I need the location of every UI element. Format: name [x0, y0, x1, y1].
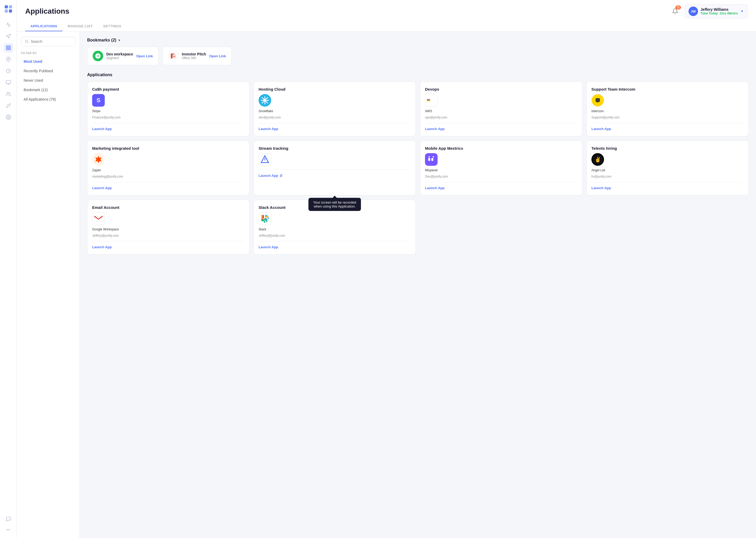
app-email-gmail: Jeffery@junify.com	[92, 234, 244, 238]
time-value: 1hrs 49mins	[720, 12, 738, 15]
notification-button[interactable]: 23	[670, 6, 681, 17]
svg-point-15	[10, 104, 10, 105]
tab-applications[interactable]: APPLICATIONS	[25, 22, 63, 31]
bookmark-card-dev-workspace: Dev workspace Segment Open Link	[87, 47, 159, 65]
chevron-down-icon: ▼	[740, 10, 744, 13]
bookmarks-title: Bookmarks (2)	[87, 38, 116, 42]
svg-point-16	[8, 117, 9, 118]
svg-point-8	[8, 58, 9, 60]
app-card-cash-payment[interactable]: Ca$h payment S Stripe Finance@junify.com…	[87, 81, 249, 136]
svg-rect-7	[6, 48, 8, 50]
app-card-angellist[interactable]: Telents hiring ✌ Angel List hr@junify.co…	[587, 140, 749, 195]
app-title-angellist: Telents hiring	[591, 146, 744, 150]
app-title-mixpanel: Mobile App Mextrics	[425, 146, 577, 150]
bookmark-name-pitch: Investor Pitch	[182, 52, 206, 56]
launch-app-zapier-button[interactable]: Launch App	[92, 186, 244, 190]
tab-manage-list[interactable]: MANAGE LIST	[63, 22, 98, 31]
app-logo-gmail	[92, 212, 105, 225]
app-title-snowflake: Hosting Cloud	[259, 87, 411, 91]
right-panel: Bookmarks (2) ▾ Dev workspace Segment	[80, 31, 756, 538]
app-title-stream: Stream tracking	[259, 146, 411, 150]
svg-point-14	[6, 107, 7, 107]
search-input[interactable]	[31, 39, 71, 44]
svg-point-23	[264, 99, 266, 101]
tab-settings[interactable]: SETTINGS	[98, 22, 126, 31]
app-logo-snowflake	[259, 94, 271, 107]
app-email-aws: ops@junify.com	[425, 116, 577, 119]
app-logo-mixpanel	[425, 153, 438, 166]
header: Applications 23 JW Jeffery Williams Tota…	[17, 0, 756, 31]
sidebar: >>	[0, 0, 17, 538]
bookmarks-chevron-icon[interactable]: ▾	[118, 38, 120, 42]
user-time: Total Today 1hrs 49mins	[701, 12, 738, 15]
app-card-devops[interactable]: Devops aws AWS ops@junify.com Launch App	[420, 81, 582, 136]
timer-icon[interactable]	[4, 66, 13, 76]
filter-bookmark[interactable]: Bookmark (12)	[21, 86, 75, 94]
screen-record-tooltip: Your screen will be recorded when using …	[308, 198, 361, 211]
svg-point-13	[7, 92, 9, 94]
svg-text:aws: aws	[427, 98, 430, 100]
launch-app-intercom-button[interactable]: Launch App	[591, 127, 744, 131]
filter-list: Most Used Recently Publised Never Used B…	[21, 57, 75, 103]
launch-app-stripe-button[interactable]: Launch App	[92, 127, 244, 131]
app-provider-aws: AWS	[425, 109, 577, 113]
grid-icon[interactable]	[4, 43, 13, 53]
svg-rect-46	[267, 218, 269, 219]
monitor-icon[interactable]	[4, 78, 13, 87]
launch-app-slack-button[interactable]: Launch App	[259, 245, 411, 249]
svg-rect-2	[5, 10, 8, 13]
chat-icon[interactable]	[4, 514, 13, 524]
svg-rect-38	[93, 214, 104, 223]
svg-rect-3	[9, 10, 12, 13]
applications-grid-row3: Email Account Google Workspace Jeffery@j…	[87, 200, 749, 254]
app-card-intercom[interactable]: Support Team Intercom Intercom Support@j…	[587, 81, 749, 136]
launch-app-aws-button[interactable]: Launch App	[425, 127, 577, 131]
svg-rect-54	[261, 218, 263, 219]
app-card-hosting-cloud[interactable]: Hosting Cloud Snowflake dev@junify.com L…	[254, 81, 416, 136]
launch-app-gmail-button[interactable]: Launch App	[92, 245, 244, 249]
filter-all-applications[interactable]: All Applications (78)	[21, 95, 75, 103]
search-icon	[25, 40, 28, 43]
launch-app-snowflake-button[interactable]: Launch App	[259, 127, 411, 131]
app-logo-slack	[259, 212, 271, 225]
plug-icon[interactable]	[4, 101, 13, 110]
app-card-gmail[interactable]: Email Account Google Workspace Jeffery@j…	[87, 200, 249, 254]
app-email-intercom: Support@junify.com	[591, 116, 744, 119]
users-icon[interactable]	[4, 89, 13, 99]
svg-text:W: W	[173, 55, 175, 58]
bookmark-platform-pitch: Office 365	[182, 56, 206, 60]
chart-icon[interactable]	[4, 20, 13, 29]
filter-most-used[interactable]: Most Used	[21, 57, 75, 66]
open-link-pitch-button[interactable]: Open Link	[209, 54, 226, 58]
svg-rect-10	[6, 81, 11, 84]
filter-never-used[interactable]: Never Used	[21, 76, 75, 84]
app-card-stream[interactable]: Stream tracking Launch App 🖥 Your screen…	[254, 140, 416, 195]
megaphone-icon[interactable]	[4, 31, 13, 41]
user-text: Jeffery Williams Total Today 1hrs 49mins	[701, 7, 738, 15]
notification-badge: 23	[676, 6, 681, 10]
app-provider-stripe: Stripe	[92, 109, 244, 113]
settings-icon[interactable]	[4, 112, 13, 122]
app-email-mixpanel: Dev@junify.com	[425, 175, 577, 178]
app-card-mixpanel[interactable]: Mobile App Mextrics Mixpanel Dev@junify.…	[420, 140, 582, 195]
app-email-angellist: hr@junify.com	[591, 175, 744, 178]
app-provider-mixpanel: Mixpanel	[425, 168, 577, 172]
open-link-dev-button[interactable]: Open Link	[136, 54, 153, 58]
app-provider-angellist: Angel List	[591, 168, 744, 172]
app-email-stripe: Finance@junify.com	[92, 116, 244, 119]
applications-grid: Ca$h payment S Stripe Finance@junify.com…	[87, 81, 749, 195]
app-logo-zapier	[92, 153, 105, 166]
logo	[4, 4, 13, 14]
app-provider-gmail: Google Workspace	[92, 228, 244, 231]
search-box[interactable]	[21, 37, 75, 46]
expand-sidebar-button[interactable]: >>	[4, 526, 12, 534]
user-profile[interactable]: JW Jeffery Williams Total Today 1hrs 49m…	[685, 4, 748, 19]
launch-app-stream-button[interactable]: Launch App	[259, 174, 278, 178]
content: FILTER BY Most Used Recently Publised Ne…	[17, 31, 756, 538]
app-card-zapier[interactable]: Marketing integrated tool Zapier marketi…	[87, 140, 249, 195]
filter-recently-published[interactable]: Recently Publised	[21, 67, 75, 75]
launch-app-mixpanel-button[interactable]: Launch App	[425, 186, 577, 190]
launch-app-angellist-button[interactable]: Launch App	[591, 186, 744, 190]
location-icon[interactable]	[4, 55, 13, 64]
svg-rect-6	[9, 48, 10, 50]
